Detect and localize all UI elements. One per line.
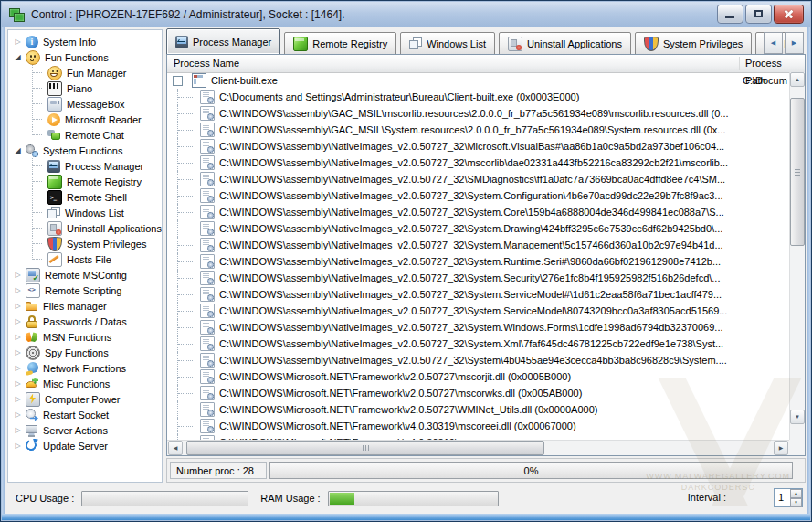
sidebar-item-fun-manager[interactable]: Fun Manager (8, 65, 162, 80)
interval-input[interactable]: 1 ▲ ▼ (774, 488, 803, 507)
module-row[interactable]: C:\WINDOWS\assembly\NativeImages_v2.0.50… (167, 154, 789, 171)
sidebar-item-system-privileges[interactable]: System Privileges (8, 236, 162, 251)
module-row[interactable]: C:\WINDOWS\assembly\NativeImages_v2.0.50… (167, 171, 789, 187)
expand-arrow-icon[interactable]: ▷ (13, 314, 23, 329)
interval-down-button[interactable]: ▼ (790, 498, 802, 507)
module-row[interactable]: C:\Documents and Settings\Administrateur… (167, 89, 789, 105)
expand-arrow-icon[interactable]: ▷ (13, 345, 23, 360)
module-row[interactable]: C:\WINDOWS\assembly\GAC_MSIL\mscorlib.re… (167, 105, 789, 122)
module-row[interactable]: C:\WINDOWS\assembly\NativeImages_v2.0.50… (167, 187, 789, 204)
sidebar-item-remote-scripting[interactable]: ▷Remote Scripting (8, 282, 162, 298)
expand-arrow-icon[interactable]: ▷ (13, 407, 23, 422)
module-row[interactable]: C:\WINDOWS\assembly\NativeImages_v2.0.50… (167, 336, 789, 352)
collapse-minus-icon[interactable] (173, 76, 183, 86)
expand-arrow-icon[interactable]: ▷ (13, 282, 23, 298)
sidebar-item-update-server[interactable]: ▷Update Server (8, 438, 162, 453)
expand-arrow-icon[interactable]: ▷ (13, 298, 23, 314)
module-row[interactable]: C:\WINDOWS\assembly\NativeImages_v2.0.50… (167, 138, 789, 154)
module-row[interactable]: C:\WINDOWS\assembly\GAC_MSIL\System.reso… (167, 122, 789, 138)
maximize-button[interactable] (745, 5, 772, 24)
tab-process-manager[interactable]: Process Manager (166, 28, 280, 55)
sidebar-item-fun-functions[interactable]: ◢Fun Functions (8, 49, 162, 65)
process-row-root[interactable]: Client-built.exeC:\Docum (167, 72, 789, 89)
module-row[interactable]: C:\WINDOWS\assembly\NativeImages_v2.0.50… (167, 204, 789, 220)
sidebar-item-network-functions[interactable]: ▷Network Functions (8, 360, 162, 376)
collapse-arrow-icon[interactable]: ◢ (13, 143, 23, 158)
module-row[interactable]: C:\WINDOWS\Microsoft.NET\Framework\v4.0.… (167, 418, 789, 434)
scroll-left-button[interactable]: ◀ (168, 441, 183, 455)
sidebar-item-remote-msconfig[interactable]: ▷Remote MSConfig (8, 267, 162, 282)
sidebar-item-remote-chat[interactable]: Remote Chat (8, 127, 162, 143)
close-button[interactable] (774, 5, 804, 24)
module-icon (200, 419, 215, 433)
sidebar-item-files-manager[interactable]: ▷Files manager (8, 298, 162, 314)
sidebar-item-spy-functions[interactable]: ▷Spy Functions (8, 345, 162, 360)
sidebar-item-msn-functions[interactable]: ▷MSN Functions (8, 329, 162, 345)
column-header-process-name[interactable]: Process Name (174, 55, 239, 72)
module-row[interactable]: C:\WINDOWS\assembly\NativeImages_v2.0.50… (167, 303, 789, 319)
tab-uninstall-applications[interactable]: Uninstall Applications (499, 32, 631, 55)
expand-arrow-icon[interactable]: ▷ (13, 329, 23, 345)
module-row[interactable]: C:\WINDOWS\assembly\NativeImages_v2.0.50… (167, 286, 789, 303)
titlebar[interactable]: Control : [PHROZEN-17EF692 / Administrat… (2, 2, 810, 27)
sidebar-item-passwords-datas[interactable]: ▷Passwords / Datas (8, 314, 162, 329)
sidebar-item-process-manager[interactable]: Process Manager (8, 158, 162, 174)
expand-arrow-icon[interactable]: ▷ (13, 438, 23, 453)
module-row[interactable]: C:\WINDOWS\assembly\NativeImages_v2.0.50… (167, 220, 789, 237)
process-name: Client-built.exe (211, 75, 278, 86)
module-row[interactable]: C:\WINDOWS\Microsoft.NET\Framework\v2.0.… (167, 368, 789, 385)
minimize-button[interactable] (717, 5, 743, 24)
sidebar-item-server-actions[interactable]: ▷Server Actions (8, 422, 162, 438)
expand-arrow-icon[interactable]: ▷ (13, 34, 23, 49)
module-row[interactable]: C:\WINDOWS\Microsoft.NET\Framework\v2.0.… (167, 401, 789, 418)
tab-windows-list[interactable]: Windows List (400, 32, 495, 55)
update-icon (26, 440, 38, 453)
module-row[interactable]: C:\WINDOWS\assembly\NativeImages_v2.0.50… (167, 270, 789, 286)
expand-arrow-icon[interactable]: ▷ (13, 422, 23, 438)
vertical-scroll-thumb[interactable] (790, 98, 805, 246)
expand-arrow-icon[interactable]: ▷ (13, 391, 23, 407)
sidebar-item-piano[interactable]: Piano (8, 80, 162, 96)
interval-up-button[interactable]: ▲ (790, 489, 802, 498)
expand-arrow-icon[interactable]: ▷ (13, 267, 23, 282)
scroll-up-button[interactable]: ▲ (790, 72, 805, 87)
tab-scroll-left-button[interactable]: ◀ (764, 32, 783, 54)
sidebar-item-hosts-file[interactable]: Hosts File (8, 251, 162, 267)
module-row[interactable]: C:\WINDOWS\assembly\NativeImages_v2.0.50… (167, 253, 789, 270)
sidebar-item-computer-power[interactable]: ▷Computer Power (8, 391, 162, 407)
sidebar-item-system-functions[interactable]: ◢System Functions (8, 143, 162, 158)
column-divider[interactable] (739, 57, 740, 70)
footer-panel: CPU Usage : RAM Usage : Interval : 1 ▲ ▼ (5, 483, 807, 514)
sidebar-item-windows-list[interactable]: Windows List (8, 205, 162, 220)
sidebar-item-misc-functions[interactable]: ▷Misc Functions (8, 376, 162, 391)
registry-icon (293, 37, 308, 51)
sidebar-item-microsoft-reader[interactable]: Microsoft Reader (8, 112, 162, 127)
horizontal-scrollbar[interactable]: ◀ ▶ (167, 440, 789, 455)
module-icon (200, 106, 215, 121)
tab-remote-registry[interactable]: Remote Registry (284, 32, 396, 55)
module-row[interactable]: C:\WINDOWS\Microsoft.NET\Framework\v2.0.… (167, 385, 789, 401)
tab-system-privileges[interactable]: System Privileges (635, 32, 752, 55)
module-row[interactable]: C:\WINDOWS\assembly\NativeImages_v2.0.50… (167, 352, 789, 368)
module-row[interactable]: C:\WINDOWS\assembly\NativeImages_v2.0.50… (167, 237, 789, 253)
sidebar-item-system-info[interactable]: ▷System Info (8, 34, 162, 49)
sidebar-item-uninstall-applications[interactable]: Uninstall Applications (8, 220, 162, 236)
module-row[interactable]: C:\WINDOWS\assembly\NativeImages_v2.0.50… (167, 319, 789, 336)
horizontal-scroll-thumb[interactable] (186, 441, 544, 455)
module-icon (200, 336, 215, 351)
scroll-down-button[interactable]: ▼ (790, 410, 805, 424)
expand-arrow-icon[interactable]: ▷ (13, 360, 23, 376)
sidebar-item-remote-shell[interactable]: Remote Shell (8, 189, 162, 205)
module-path: C:\WINDOWS\assembly\NativeImages_v2.0.50… (219, 256, 721, 267)
collapse-arrow-icon[interactable]: ◢ (13, 49, 23, 65)
tab-scroll-right-button[interactable]: ▶ (785, 32, 804, 54)
expand-arrow-icon[interactable]: ▷ (13, 376, 23, 391)
scroll-right-button[interactable]: ▶ (774, 441, 788, 455)
scripting-icon (26, 283, 40, 298)
power-icon (26, 392, 40, 407)
reader-icon (47, 113, 60, 126)
sidebar-item-messagebox[interactable]: MessageBox (8, 96, 162, 112)
sidebar-item-restart-socket[interactable]: ▷Restart Socket (8, 407, 162, 422)
sidebar-item-remote-registry[interactable]: Remote Registry (8, 174, 162, 189)
vertical-scrollbar[interactable]: ▲ ▼ (789, 72, 805, 440)
